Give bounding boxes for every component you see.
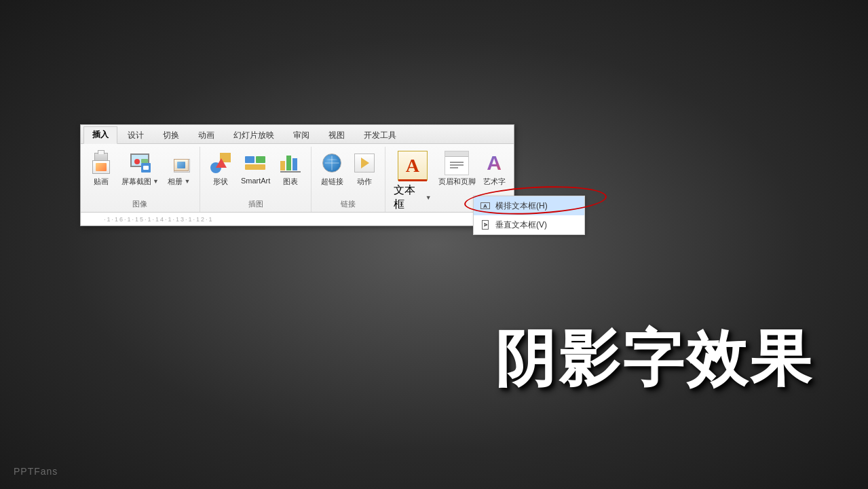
- vertical-textbox-icon: A: [479, 219, 491, 231]
- group-link: 超链接 动作 链接: [312, 147, 385, 212]
- ruler-ticks: ·1·16·1·15·1·14·1·13·1·12·1: [83, 216, 214, 223]
- paste-image-label: 贴画: [94, 177, 109, 187]
- hf-line-3: [450, 167, 458, 168]
- globe-icon-shape: [322, 153, 341, 173]
- hyperlink-icon: [320, 151, 344, 175]
- hf-icon-shape: [445, 151, 469, 175]
- btn-album[interactable]: 相册 ▼: [164, 149, 194, 188]
- group-illustration-label: 插图: [248, 199, 263, 212]
- textbox-dropdown-arrow: ▼: [426, 194, 432, 201]
- hf-line-1: [450, 162, 464, 163]
- action-icon: [352, 151, 377, 175]
- tab-dev[interactable]: 开发工具: [355, 127, 405, 144]
- tab-design[interactable]: 设计: [119, 127, 153, 144]
- chart-label: 图表: [283, 177, 298, 187]
- btn-paste-image[interactable]: 贴画: [86, 149, 116, 188]
- btn-screenshot[interactable]: 屏幕截图 ▼: [119, 149, 162, 188]
- hf-body-area: [445, 157, 468, 175]
- dropdown-item-horizontal[interactable]: A 横排文本框(H): [474, 196, 584, 215]
- ruler-area: ✕ ·1·16·1·15·1·14·1·13·1·12·1: [81, 212, 514, 225]
- btn-smartart[interactable]: SmartArt: [238, 149, 273, 186]
- dropdown-menu: A 横排文本框(H) A 垂直文本框(V): [473, 196, 585, 235]
- hf-header-area: [445, 151, 468, 157]
- paste-icon-shape: [92, 153, 110, 174]
- header-footer-label: 页眉和页脚: [438, 177, 476, 187]
- shape-label: 形状: [213, 177, 228, 187]
- arttext-icon-shape: A: [482, 151, 506, 175]
- group-image: 贴画: [81, 147, 200, 212]
- screenshot-icon: [128, 151, 152, 175]
- group-link-items: 超链接 动作: [317, 147, 379, 199]
- screenshot-dropdown-arrow: ▼: [153, 178, 159, 185]
- dropdown-item-vertical[interactable]: A 垂直文本框(V): [474, 215, 584, 234]
- btn-hyperlink[interactable]: 超链接: [317, 149, 347, 188]
- btn-header-footer[interactable]: 页眉和页脚: [437, 149, 478, 188]
- arttext-label: 艺术字: [483, 177, 506, 187]
- tab-view[interactable]: 视图: [320, 127, 354, 144]
- group-image-items: 贴画: [86, 147, 194, 199]
- action-label: 动作: [357, 177, 372, 187]
- watermark: PPTFans: [14, 466, 58, 477]
- tab-switch[interactable]: 切换: [154, 127, 188, 144]
- album-icon: [167, 151, 191, 175]
- shadow-text-label: 阴影字效果: [495, 318, 814, 401]
- tab-slideshow[interactable]: 幻灯片放映: [225, 127, 283, 144]
- smartart-icon: [244, 151, 268, 175]
- background: [0, 0, 868, 489]
- header-footer-icon: [445, 151, 469, 175]
- dropdown-item-horizontal-label: 横排文本框(H): [495, 200, 548, 212]
- ribbon-content: 贴画: [81, 144, 514, 212]
- chart-icon: [278, 151, 303, 175]
- tab-review[interactable]: 审阅: [284, 127, 318, 144]
- paste-image-icon: [89, 151, 113, 175]
- album-dropdown-arrow: ▼: [184, 178, 190, 185]
- hf-line-2: [450, 164, 464, 166]
- tab-animation[interactable]: 动画: [189, 127, 223, 144]
- shape-icon-shape: [210, 153, 231, 173]
- btn-action[interactable]: 动作: [350, 149, 379, 188]
- tab-bar: 插入 设计 切换 动画 幻灯片放映 审阅 视图 开发工具: [81, 125, 514, 144]
- screenshot-label: 屏幕截图: [121, 177, 151, 187]
- album-label: 相册: [168, 177, 183, 187]
- textbox-large-icon: A: [398, 151, 428, 181]
- btn-arttext[interactable]: A 艺术字: [480, 149, 508, 188]
- hyperlink-label: 超链接: [321, 177, 343, 187]
- btn-shape[interactable]: 形状: [206, 149, 235, 188]
- hf-lines: [450, 162, 464, 170]
- btn-textbox[interactable]: A 文本框 ▼: [391, 149, 434, 213]
- shape-icon: [208, 151, 233, 175]
- horizontal-textbox-icon: A: [479, 200, 491, 212]
- group-image-label: 图像: [132, 199, 147, 212]
- group-illustration-items: 形状: [206, 147, 305, 199]
- arttext-icon: A: [482, 151, 506, 175]
- group-illustration: 形状: [200, 147, 312, 212]
- textbox-label: 文本框: [394, 183, 423, 212]
- tab-insert[interactable]: 插入: [83, 126, 117, 144]
- dropdown-item-vertical-label: 垂直文本框(V): [495, 219, 547, 231]
- ribbon-window: 插入 设计 切换 动画 幻灯片放映 审阅 视图 开发工具: [80, 124, 514, 226]
- group-link-label: 链接: [341, 199, 356, 212]
- btn-chart[interactable]: 图表: [276, 149, 305, 188]
- smartart-label: SmartArt: [241, 177, 270, 185]
